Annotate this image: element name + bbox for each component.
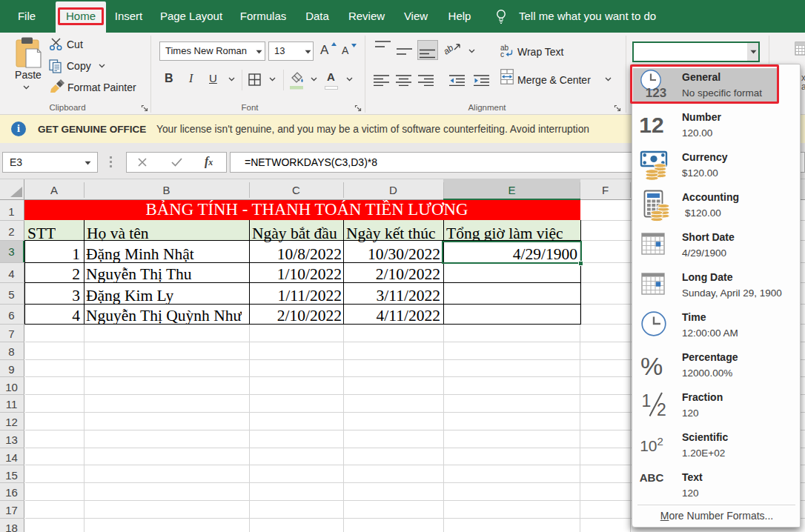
svg-text:1: 1	[642, 391, 652, 410]
svg-text:2: 2	[657, 400, 666, 419]
svg-text:c: c	[500, 50, 504, 58]
